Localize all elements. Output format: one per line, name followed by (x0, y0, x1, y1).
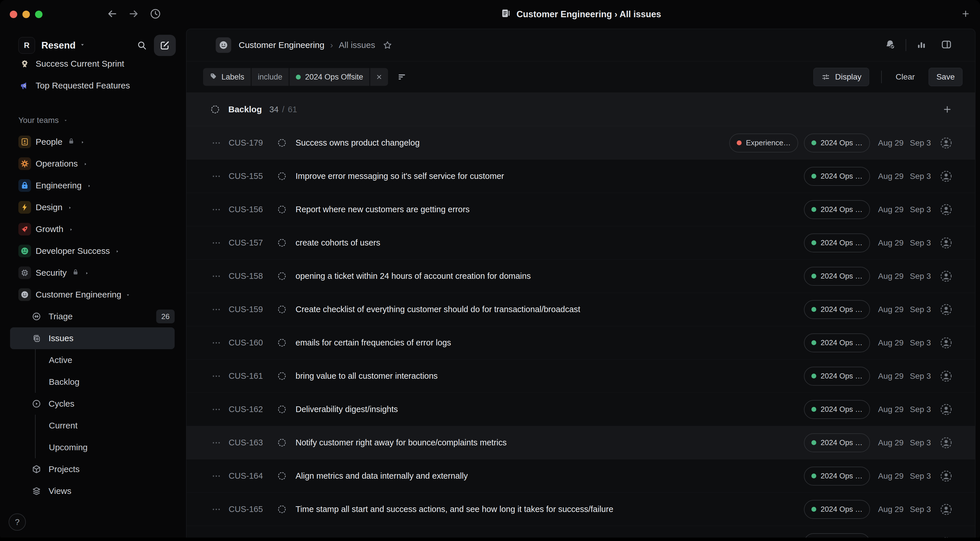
filter-icon[interactable] (397, 72, 407, 82)
add-issue-button[interactable] (942, 105, 952, 114)
label-chip[interactable]: 2024 Ops … (804, 367, 870, 386)
new-issue-button[interactable] (154, 35, 176, 56)
remove-filter-button[interactable] (370, 68, 388, 86)
workspace-logo[interactable]: R (18, 37, 35, 54)
assignee-avatar[interactable] (940, 303, 953, 316)
assignee-avatar[interactable] (940, 336, 953, 350)
label-chip[interactable]: 2024 Ops … (804, 333, 870, 352)
status-backlog-icon[interactable] (277, 271, 287, 281)
sidebar-item-success-current-sprint[interactable]: Success Current Sprint (18, 56, 175, 75)
label-chip[interactable]: 2024 Ops … (804, 467, 870, 485)
assignee-avatar[interactable] (940, 503, 953, 516)
label-chip[interactable]: 2024 Ops … (804, 234, 870, 252)
issue-row[interactable]: CUS-161bring value to all customer inter… (186, 360, 975, 393)
sidebar-team-developer-success[interactable]: Developer Success (18, 240, 175, 262)
sidebar-item-issues[interactable]: Issues (10, 327, 175, 349)
assignee-avatar[interactable] (940, 203, 953, 216)
label-chip[interactable]: 2024 Ops … (804, 500, 870, 519)
status-backlog-icon[interactable] (277, 504, 287, 514)
breadcrumb-team[interactable]: Customer Engineering (239, 40, 325, 50)
status-backlog-icon[interactable] (277, 404, 287, 414)
status-backlog-icon[interactable] (277, 138, 287, 148)
status-backlog-icon[interactable] (277, 438, 287, 448)
sidebar-item-views[interactable]: Views (18, 480, 175, 502)
issue-row[interactable]: CUS-162Deliverability digest/insights202… (186, 393, 975, 426)
priority-icon[interactable] (212, 504, 224, 514)
assignee-avatar[interactable] (940, 369, 953, 383)
label-chip[interactable]: 2024 Ops … (804, 267, 870, 286)
assignee-avatar[interactable] (940, 236, 953, 250)
priority-icon[interactable] (212, 471, 224, 481)
sidebar-item-active[interactable]: Active (35, 349, 175, 371)
sidebar-team-operations[interactable]: Operations (18, 153, 175, 175)
side-panel-toggle-icon[interactable] (941, 39, 952, 51)
sidebar-item-top-requested-features[interactable]: Top Requested Features (18, 75, 175, 97)
label-chip[interactable]: 2024 Ops … (804, 167, 870, 186)
sidebar-team-growth[interactable]: Growth (18, 218, 175, 240)
status-backlog-icon[interactable] (277, 338, 287, 348)
issue-row[interactable]: CUS-157create cohorts of users2024 Ops …… (186, 226, 975, 259)
priority-icon[interactable] (212, 238, 224, 248)
priority-icon[interactable] (212, 172, 224, 181)
priority-icon[interactable] (212, 271, 224, 281)
assignee-avatar[interactable] (940, 403, 953, 416)
filter-value-chip[interactable]: 2024 Ops Offsite (290, 68, 369, 86)
status-backlog-icon[interactable] (277, 371, 287, 381)
status-backlog-icon[interactable] (277, 171, 287, 181)
sidebar-team-customer-engineering[interactable]: Customer Engineering (18, 284, 175, 306)
sidebar-item-backlog[interactable]: Backlog (35, 371, 175, 393)
sidebar-item-upcoming[interactable]: Upcoming (35, 436, 175, 458)
label-chip[interactable]: Experience… (729, 134, 798, 153)
label-chip[interactable]: 2024 Ops … (804, 134, 870, 153)
issue-row[interactable]: CUS-164Align metrics and data internally… (186, 460, 975, 493)
assignee-avatar[interactable] (940, 436, 953, 449)
sidebar-item-projects[interactable]: Projects (18, 458, 175, 480)
issue-row[interactable]: CUS-179Success owns product changelogExp… (186, 126, 975, 160)
favorite-star-icon[interactable] (383, 40, 392, 50)
issue-row[interactable]: CUS-155Improve error messaging so it's s… (186, 160, 975, 193)
issue-row[interactable]: CUS-159Create checklist of everything cu… (186, 293, 975, 326)
status-backlog-icon[interactable] (277, 238, 287, 248)
priority-icon[interactable] (212, 438, 224, 448)
priority-icon[interactable] (212, 205, 224, 215)
your-teams-header[interactable]: Your teams (18, 110, 175, 131)
chevron-down-icon[interactable] (80, 42, 85, 49)
assignee-avatar[interactable] (940, 137, 953, 150)
sidebar-team-people[interactable]: People (18, 131, 175, 153)
backlog-section-header[interactable]: Backlog 34 / 61 (186, 93, 975, 126)
label-chip[interactable]: 2024 Ops … (804, 400, 870, 419)
assignee-avatar[interactable] (940, 170, 953, 183)
issue-row[interactable]: CUS-165Time stamp all start and success … (186, 493, 975, 526)
assignee-avatar[interactable] (940, 270, 953, 283)
sidebar-item-cycles[interactable]: Cycles (18, 393, 175, 415)
status-backlog-icon[interactable] (277, 204, 287, 215)
issue-row[interactable]: CUS-160emails for certain frequencies of… (186, 326, 975, 360)
issue-row[interactable]: CUS-158opening a ticket within 24 hours … (186, 259, 975, 293)
priority-icon[interactable] (212, 371, 224, 381)
issue-row[interactable]: CUS-163Notify customer right away for bo… (186, 426, 975, 460)
sidebar-team-engineering[interactable]: Engineering (18, 175, 175, 196)
save-button[interactable]: Save (929, 68, 963, 86)
filter-field-chip[interactable]: Labels (203, 68, 251, 86)
assignee-avatar[interactable] (940, 469, 953, 483)
label-chip[interactable]: 2024 Ops … (804, 200, 870, 219)
filter-operator-chip[interactable]: include (251, 68, 289, 86)
breadcrumb-view[interactable]: All issues (339, 40, 375, 50)
notifications-bell-icon[interactable] (885, 39, 896, 51)
help-button[interactable]: ? (9, 514, 26, 531)
search-button[interactable] (134, 38, 150, 53)
sidebar-team-security[interactable]: Security (18, 262, 175, 284)
clear-button[interactable]: Clear (894, 72, 916, 82)
sidebar-item-triage[interactable]: Triage26 (18, 306, 175, 327)
label-chip[interactable]: 2024 Ops … (804, 300, 870, 319)
label-chip[interactable]: 2024 Ops … (804, 433, 870, 452)
priority-icon[interactable] (212, 305, 224, 314)
priority-icon[interactable] (212, 138, 224, 148)
priority-icon[interactable] (212, 338, 224, 348)
issue-row[interactable]: CUS-156Report where new customers are ge… (186, 193, 975, 226)
sidebar-team-design[interactable]: Design (18, 196, 175, 218)
display-button[interactable]: Display (813, 68, 869, 86)
priority-icon[interactable] (212, 404, 224, 414)
insights-chart-icon[interactable] (916, 39, 927, 51)
new-tab-button[interactable] (956, 0, 975, 29)
